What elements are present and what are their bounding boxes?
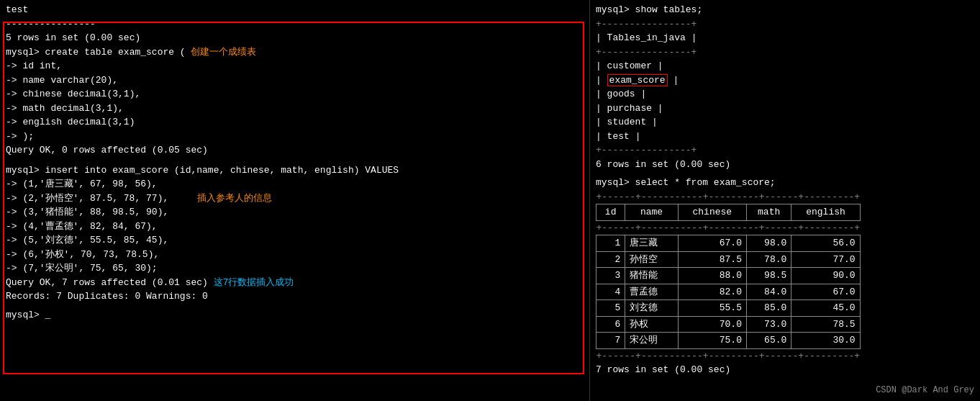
select-prompt: mysql> select * from exam_score; (596, 176, 974, 190)
table-row-student: | student | (596, 115, 974, 130)
col-id: id (596, 204, 625, 221)
final-prompt: mysql> _ (6, 310, 584, 320)
insert-line-1: -> (1,'唐三藏', 67, 98, 56), (6, 177, 584, 192)
left-terminal-panel: test ---------------- 5 rows in set (0.0… (0, 0, 590, 401)
create-line-2: -> name varchar(20), (6, 73, 584, 88)
insert-line-4: -> (4,'曹孟德', 82, 84, 67), (6, 220, 584, 234)
table-cell: 98.5 (746, 268, 791, 284)
table-cell: 65.0 (746, 333, 791, 349)
table-cell: 孙权 (625, 316, 678, 333)
table-row-customer: | customer | (596, 59, 974, 73)
table-cell: 5 (596, 300, 625, 317)
table-cell: 孙悟空 (625, 251, 678, 268)
col-header-divider: +------+-----------+---------+------+---… (596, 190, 861, 204)
insert-line-6: -> (6,'孙权', 70, 73, 78.5), (6, 248, 584, 262)
table-cell: 宋公明 (625, 333, 678, 349)
col-chinese: chinese (678, 204, 746, 221)
table-row-exam-score: | exam_score | (596, 73, 974, 88)
insert-records: Records: 7 Duplicates: 0 Warnings: 0 (6, 289, 584, 304)
table-cell: 75.0 (678, 333, 746, 349)
table-cell: 6 (596, 316, 625, 333)
tables-divider-bottom: +----------------+ (596, 143, 974, 158)
col-english: english (791, 204, 860, 221)
create-line-4: -> math decimal(3,1), (6, 102, 584, 116)
table-cell: 67.0 (791, 284, 860, 300)
create-line-6: -> ); (6, 130, 584, 144)
insert-comment: 插入参考人的信息 (197, 193, 272, 204)
table-cell: 78.0 (746, 251, 791, 268)
create-comment: 创建一个成绩表 (191, 47, 256, 58)
right-terminal-panel: mysql> show tables; +----------------+ |… (590, 0, 980, 401)
table-cell: 98.0 (746, 235, 791, 252)
insert-query-ok-line: Query OK, 7 rows affected (0.01 sec) 这7行… (6, 276, 584, 290)
table-cell: 70.0 (678, 316, 746, 333)
table-row-purchase: | purchase | (596, 102, 974, 116)
create-line-5: -> english decimal(3,1) (6, 115, 584, 130)
col-math: math (746, 204, 791, 221)
table-cell: 77.0 (791, 251, 860, 268)
insert-prompt-line: mysql> insert into exam_score (id,name, … (6, 163, 584, 178)
table-cell: 88.0 (678, 268, 746, 284)
col-name: name (625, 204, 678, 221)
table-cell: 30.0 (791, 333, 860, 349)
result-table-container: +------+-----------+---------+------+---… (596, 190, 974, 364)
table-cell: 82.0 (678, 284, 746, 300)
blank-line-2 (6, 304, 584, 310)
tables-header-row: | Tables_in_java | (596, 31, 974, 45)
insert-line-2: -> (2,'孙悟空', 87.5, 78, 77),插入参考人的信息 (6, 192, 584, 206)
table-cell: 4 (596, 284, 625, 300)
table-cell: 85.0 (746, 300, 791, 317)
create-prompt: mysql> create table exam_score ( (6, 47, 191, 58)
insert-block: mysql> insert into exam_score (id,name, … (6, 163, 584, 304)
table-cell: 2 (596, 251, 625, 268)
insert-line-5: -> (5,'刘玄德', 55.5, 85, 45), (6, 233, 584, 248)
top-output: test ---------------- 5 rows in set (0.0… (6, 3, 584, 45)
table-cell: 曹孟德 (625, 284, 678, 300)
create-line-1: -> id int, (6, 59, 584, 73)
show-tables-prompt: mysql> show tables; (596, 3, 974, 17)
right-content: mysql> show tables; +----------------+ |… (596, 3, 974, 377)
table-cell: 1 (596, 235, 625, 252)
table-cell: 7 (596, 333, 625, 349)
rows-line-2: 7 rows in set (0.00 sec) (596, 363, 974, 377)
create-query-ok: Query OK, 0 rows affected (0.05 sec) (6, 143, 584, 158)
create-table-block: mysql> create table exam_score ( 创建一个成绩表… (6, 45, 584, 158)
exam-score-highlight: exam_score (607, 74, 668, 86)
table-cell: 90.0 (791, 268, 860, 284)
table-cell: 56.0 (791, 235, 860, 252)
insert-success-comment: 这7行数据插入成功 (214, 277, 294, 288)
tables-divider-top: +----------------+ (596, 17, 974, 32)
table-cell: 73.0 (746, 316, 791, 333)
blank-line (6, 158, 584, 163)
table-cell: 67.0 (678, 235, 746, 252)
table-cell: 87.5 (678, 251, 746, 268)
table-cell: 刘玄德 (625, 300, 678, 317)
table-cell: 45.0 (791, 300, 860, 317)
watermark: CSDN @Dark And Grey (876, 385, 974, 395)
create-prompt-line: mysql> create table exam_score ( 创建一个成绩表 (6, 45, 584, 60)
tables-divider-mid: +----------------+ (596, 45, 974, 60)
table-cell: 唐三藏 (625, 235, 678, 252)
table-row-test: | test | (596, 130, 974, 144)
table-cell: 84.0 (746, 284, 791, 300)
insert-line-3: -> (3,'猪悟能', 88, 98.5, 90), (6, 205, 584, 220)
rows-line-1: 6 rows in set (0.00 sec) (596, 158, 974, 172)
table-cell: 3 (596, 268, 625, 284)
table-cell: 55.5 (678, 300, 746, 317)
create-line-3: -> chinese decimal(3,1), (6, 87, 584, 102)
table-cell: 猪悟能 (625, 268, 678, 284)
insert-line-7: -> (7,'宋公明', 75, 65, 30); (6, 261, 584, 276)
table-row-goods: | goods | (596, 87, 974, 102)
table-cell: 78.5 (791, 316, 860, 333)
